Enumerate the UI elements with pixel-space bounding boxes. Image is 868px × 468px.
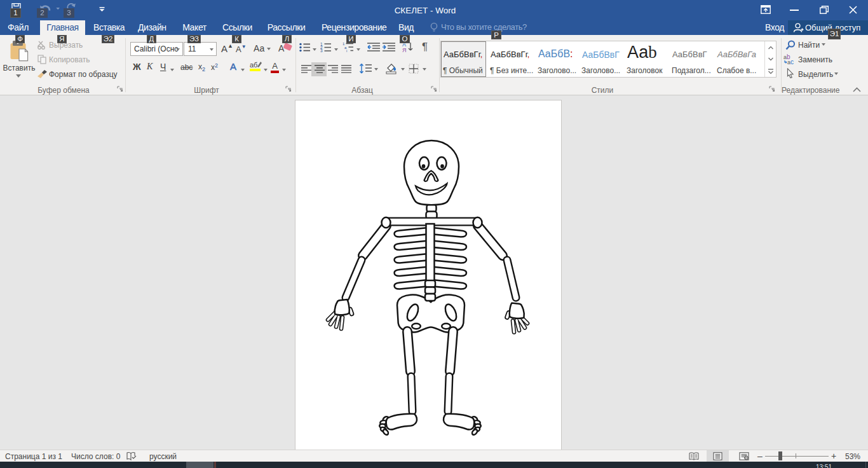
svg-text:3: 3 — [320, 48, 323, 52]
svg-text:А: А — [278, 43, 285, 53]
svg-text:i: i — [346, 49, 347, 52]
svg-text:Я: Я — [402, 47, 407, 53]
svg-text:c: c — [790, 59, 794, 65]
